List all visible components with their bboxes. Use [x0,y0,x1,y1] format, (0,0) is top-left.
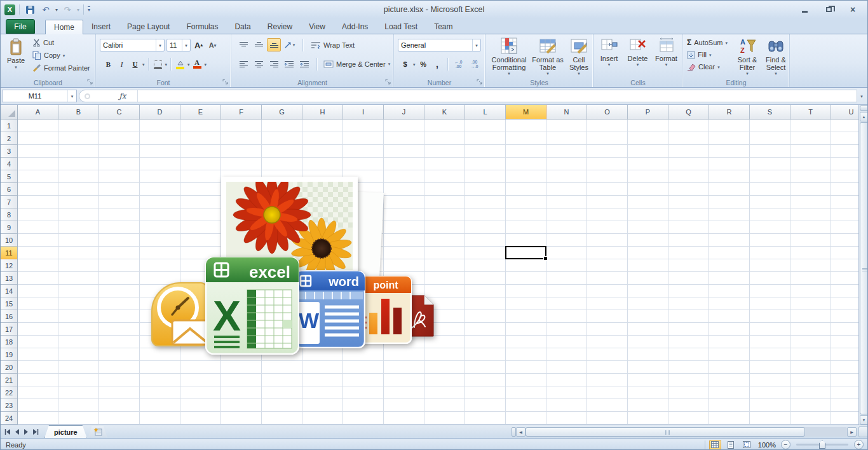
font-family-combobox[interactable]: Calibri ▾ [100,39,165,51]
insert-cells-button[interactable]: Insert ▾ [595,34,623,84]
column-header-T[interactable]: T [790,105,831,119]
column-header-C[interactable]: C [99,105,140,119]
row-header-5[interactable]: 5 [1,170,17,183]
column-header-R[interactable]: R [709,105,750,119]
customize-qat-button[interactable]: ▾ [88,6,90,13]
column-header-N[interactable]: N [546,105,587,119]
row-header-16[interactable]: 16 [1,310,17,323]
format-painter-button[interactable]: Format Painter [31,62,92,74]
row-header-1[interactable]: 1 [1,119,17,132]
font-color-caret-icon[interactable]: ▾ [205,62,207,67]
column-header-A[interactable]: A [18,105,58,119]
row-header-24[interactable]: 24 [1,412,17,425]
tab-formulas[interactable]: Formulas [178,19,226,34]
row-header-9[interactable]: 9 [1,221,17,234]
column-header-M[interactable]: M [506,105,546,119]
tab-page-layout[interactable]: Page Layout [119,19,178,34]
copy-button[interactable]: Copy ▾ [31,50,92,61]
column-header-K[interactable]: K [424,105,465,119]
row-header-13[interactable]: 13 [1,272,17,285]
font-size-combobox[interactable]: 11 ▾ [166,39,191,51]
cut-button[interactable]: Cut [31,37,92,48]
fill-color-caret-icon[interactable]: ▾ [187,62,190,67]
tab-add-ins[interactable]: Add-Ins [334,19,376,34]
number-format-combobox[interactable]: General ▾ [398,39,481,51]
undo-caret-icon[interactable]: ▾ [55,7,58,13]
excel-app-icon[interactable]: X [4,4,15,15]
sort-filter-button[interactable]: A Z Sort & Filter ▾ [733,34,762,84]
autosum-button[interactable]: Σ AutoSum ▾ [686,37,729,48]
row-header-23[interactable]: 23 [1,399,17,412]
zoom-level[interactable]: 100% [758,441,776,449]
zoom-in-button[interactable]: + [854,440,864,449]
page-layout-view-button[interactable] [725,440,737,450]
underline-button[interactable]: U [129,58,141,71]
row-header-15[interactable]: 15 [1,297,17,310]
column-header-S[interactable]: S [750,105,790,119]
decrease-indent-button[interactable] [282,57,296,71]
column-header-O[interactable]: O [587,105,628,119]
tab-team[interactable]: Team [426,19,461,34]
currency-caret-icon[interactable]: ▾ [413,62,416,67]
row-header-11[interactable]: 11 [1,247,17,259]
alignment-dialog-launcher[interactable] [385,79,391,85]
tab-load-test[interactable]: Load Test [376,19,426,34]
currency-button[interactable]: $ [399,58,411,71]
cell-styles-button[interactable]: Cell Styles ▾ [564,34,593,84]
align-center-button[interactable] [252,57,266,71]
first-sheet-button[interactable] [3,427,11,437]
row-header-14[interactable]: 14 [1,285,17,297]
increase-indent-button[interactable] [297,57,311,71]
row-header-8[interactable]: 8 [1,208,17,221]
underline-caret-icon[interactable]: ▾ [142,62,145,67]
decrease-decimal-button[interactable]: .00 →.0 [468,60,482,69]
save-button[interactable] [24,4,36,15]
clipboard-dialog-launcher[interactable] [87,79,93,85]
column-header-P[interactable]: P [628,105,668,119]
find-select-button[interactable]: Find & Select ▾ [762,34,790,84]
column-header-D[interactable]: D [140,105,180,119]
column-header-Q[interactable]: Q [668,105,709,119]
row-header-22[interactable]: 22 [1,386,17,399]
row-header-3[interactable]: 3 [1,145,17,158]
column-header-E[interactable]: E [180,105,221,119]
zoom-slider-track[interactable] [796,444,848,446]
align-left-button[interactable] [236,57,250,71]
borders-button[interactable] [152,58,164,71]
wrap-text-button[interactable]: Wrap Text [309,39,356,51]
number-format-caret-icon[interactable]: ▾ [472,39,480,51]
bold-button[interactable]: B [102,58,114,71]
normal-view-button[interactable] [709,440,721,450]
previous-sheet-button[interactable] [12,427,21,437]
italic-button[interactable]: I [116,58,128,71]
merge-center-button[interactable]: Merge & Center ▾ [322,58,391,70]
row-header-2[interactable]: 2 [1,132,17,145]
font-family-caret-icon[interactable]: ▾ [156,39,164,51]
conditional-formatting-button[interactable]: Conditional Formatting ▾ [487,34,531,84]
column-header-U[interactable]: U [831,105,858,119]
close-button[interactable]: × [844,4,861,15]
horizontal-scroll-thumb[interactable] [526,427,805,437]
minimize-button[interactable] [796,4,813,15]
row-header-6[interactable]: 6 [1,183,17,196]
sheet-tab-picture[interactable]: picture [44,425,87,438]
row-header-4[interactable]: 4 [1,158,17,170]
select-all-corner[interactable] [1,105,18,119]
delete-cells-button[interactable]: Delete ▾ [623,34,652,84]
column-header-L[interactable]: L [465,105,506,119]
row-header-18[interactable]: 18 [1,336,17,348]
increase-decimal-button[interactable]: ←.0 .00 [452,60,466,69]
orientation-button[interactable]: ▾ [282,38,296,51]
align-middle-button[interactable] [252,38,266,51]
page-break-preview-button[interactable] [741,440,753,450]
fill-color-button[interactable] [174,58,186,71]
row-header-7[interactable]: 7 [1,196,17,208]
scroll-left-button[interactable]: ◀ [516,427,526,437]
tab-data[interactable]: Data [226,19,259,34]
fill-button[interactable]: Fill ▾ [686,49,729,60]
scroll-down-button[interactable]: ▼ [860,415,868,425]
column-header-F[interactable]: F [221,105,262,119]
align-bottom-button[interactable] [267,38,281,51]
align-top-button[interactable] [236,38,250,51]
format-as-table-button[interactable]: Format as Table ▾ [531,34,564,84]
